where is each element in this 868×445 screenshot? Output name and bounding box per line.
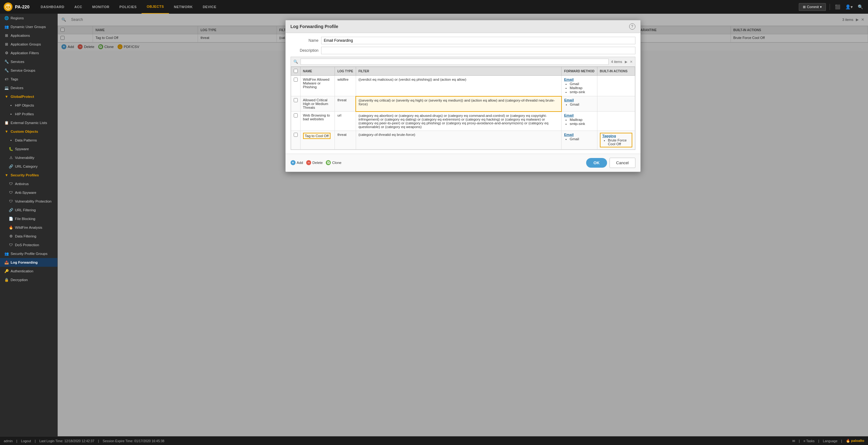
sidebar-item-regions[interactable]: 🌐 Regions [0,14,57,23]
modal-table-header-row: NAME LOG TYPE FILTER FORWARD METHOD BUIL… [291,67,635,76]
row1-email-label[interactable]: Email [564,77,574,81]
sidebar-item-vulnerability[interactable]: ⚠ Vulnerability [0,153,57,162]
modal-delete-button[interactable]: − Delete [306,160,323,165]
sidebar-item-anti-spyware[interactable]: 🛡 Anti-Spyware [0,188,57,197]
commit-button[interactable]: ⊞ Commit ▾ [799,3,826,11]
modal-add-icon: + [290,160,296,165]
nav-dashboard[interactable]: DASHBOARD [35,0,69,14]
user-icon[interactable]: 👤▾ [844,3,854,10]
ok-button[interactable]: OK [586,158,607,168]
sidebar-label-custom-objects: Custom Objects [10,130,38,133]
row3-builtin-cell [597,112,635,131]
sidebar-item-service-groups[interactable]: 🔧 Service Groups [0,66,57,75]
row3-email-label[interactable]: Email [564,114,574,117]
sidebar-item-url-filtering[interactable]: 🔗 URL Filtering [0,206,57,214]
sidebar-item-globalprotect[interactable]: ▼ GlobalProtect [0,92,57,101]
status-language[interactable]: Language [823,439,837,443]
row4-tagging-label[interactable]: Tagging [602,134,616,138]
nav-policies[interactable]: POLICIES [115,0,142,14]
row2-checkbox[interactable] [294,98,298,102]
sidebar-item-custom-objects[interactable]: ▼ Custom Objects [0,127,57,136]
sidebar-label-data-patterns: Data Patterns [15,138,37,142]
sidebar-item-file-blocking[interactable]: 📄 File Blocking [0,214,57,223]
hip-objects-icon: ▪ [9,103,13,107]
nav-items: DASHBOARD ACC MONITOR POLICIES OBJECTS N… [35,0,799,14]
sidebar-item-spyware[interactable]: 🐛 Spyware [0,145,57,153]
modal-action-btns: OK Cancel [586,158,636,168]
modal-clone-icon: ⧉ [326,160,331,165]
spyware-icon: 🐛 [9,147,13,151]
status-admin: admin [4,439,13,443]
table-row[interactable]: Web Browsing to bad websites url (catego… [291,112,635,131]
sidebar-item-security-profile-groups[interactable]: 👥 Security Profile Groups [0,249,57,258]
sidebar-item-hip-objects[interactable]: ▪ HIP Objects [0,101,57,110]
modal-overlay: Log Forwarding Profile ? Name Descriptio… [58,14,868,436]
row4-email-label[interactable]: Email [564,133,574,136]
tags-icon: 🏷 [4,77,9,81]
nav-device[interactable]: DEVICE [198,0,221,14]
nav-objects[interactable]: OBJECTS [142,0,169,14]
brand-logo[interactable]: PA-220 [4,2,29,11]
sidebar-item-devices[interactable]: 💻 Devices [0,84,57,92]
sidebar-item-dos-protection[interactable]: 🛡 DoS Protection [0,241,57,249]
modal-help-icon[interactable]: ? [629,23,636,30]
modal-add-button[interactable]: + Add [290,160,303,165]
status-mail-icon[interactable]: ✉ [792,439,795,443]
sidebar-item-decryption[interactable]: 🔒 Decryption [0,276,57,284]
description-input[interactable] [321,47,636,54]
modal-add-label: Add [297,161,303,164]
table-row[interactable]: WildFire Allowed Malware or Phishing wil… [291,76,635,96]
row4-name-cell: Tag to Cool Off [300,131,335,149]
content-area: 🔍 3 items ▶ ✕ NAME LOG TYPE FILTER FORWA… [58,14,868,436]
sidebar-item-data-filtering[interactable]: ⚙ Data Filtering [0,232,57,241]
modal-select-all[interactable] [294,69,298,73]
name-input[interactable] [321,37,636,44]
sidebar-item-data-patterns[interactable]: ▪ Data Patterns [0,136,57,145]
row2-builtin-cell [597,96,635,112]
search-icon[interactable]: 🔍 [857,3,864,10]
status-sep3: | [98,439,99,443]
cancel-button[interactable]: Cancel [610,158,635,168]
sidebar-item-applications[interactable]: ⊞ Applications [0,31,57,40]
nav-network[interactable]: NETWORK [169,0,198,14]
list-item: Gmail [570,102,595,106]
sidebar-item-application-groups[interactable]: ⊞ Application Groups [0,40,57,49]
sidebar-item-vulnerability-protection[interactable]: 🛡 Vulnerability Protection [0,197,57,206]
modal-clone-button[interactable]: ⧉ Clone [326,160,341,165]
sidebar-item-dynamic-user-groups[interactable]: 👥 Dynamic User Groups [0,23,57,31]
table-row[interactable]: Allowed Critical High or Medium Threats … [291,96,635,112]
row2-email-label[interactable]: Email [564,98,574,102]
inner-close-icon[interactable]: ✕ [630,60,632,64]
row3-checkbox[interactable] [294,114,298,118]
sidebar-item-security-profiles[interactable]: ▼ Security Profiles [0,171,57,180]
sidebar-item-wildfire-analysis[interactable]: 🔥 WildFire Analysis [0,223,57,232]
nav-acc[interactable]: ACC [69,0,87,14]
table-row[interactable]: Tag to Cool Off threat (category-of-thre… [291,131,635,149]
row1-checkbox[interactable] [294,77,298,82]
sidebar-item-application-filters[interactable]: ⚙ Application Filters [0,49,57,57]
inner-search-input[interactable] [301,59,609,65]
sidebar-item-log-forwarding[interactable]: 📤 Log Forwarding [0,258,57,267]
security-profiles-icon: ▼ [4,173,9,177]
description-label: Description [290,48,319,53]
sidebar-item-authentication[interactable]: 🔑 Authentication [0,267,57,276]
sidebar-label-spyware: Spyware [15,147,29,151]
sidebar-label-applications: Applications [10,34,30,37]
inner-next-icon[interactable]: ▶ [625,60,627,64]
status-tasks[interactable]: ≡ Tasks [803,439,815,443]
sidebar-item-antivirus[interactable]: 🛡 Antivirus [0,180,57,188]
list-item: Mailtrap [569,86,595,90]
modal-dialog: Log Forwarding Profile ? Name Descriptio… [285,20,641,172]
status-logout-link[interactable]: Logout [21,439,31,443]
sidebar-item-services[interactable]: 🔧 Services [0,57,57,66]
sidebar-item-hip-profiles[interactable]: ▪ HIP Profiles [0,110,57,119]
app-filters-icon: ⚙ [4,51,9,55]
list-item: Gmail [569,82,595,86]
sidebar-item-url-category[interactable]: 🔗 URL Category [0,162,57,171]
share-icon[interactable]: ⬛ [834,3,841,10]
nav-monitor[interactable]: MONITOR [87,0,115,14]
sidebar-item-tags[interactable]: 🏷 Tags [0,75,57,84]
row4-checkbox[interactable] [294,133,298,137]
url-category-icon: 🔗 [9,164,13,168]
sidebar-item-external-dynamic-lists[interactable]: 📋 External Dynamic Lists [0,119,57,127]
